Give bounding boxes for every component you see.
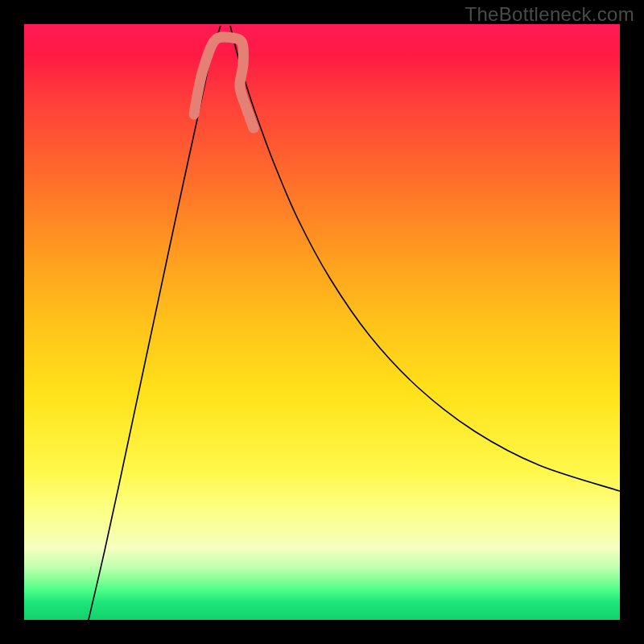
plot-svg	[24, 24, 620, 620]
plot-frame	[24, 24, 620, 620]
curve-right	[230, 26, 620, 491]
curve-left	[89, 26, 221, 620]
watermark-text: TheBottleneck.com	[464, 3, 634, 26]
worm-overlay	[194, 37, 254, 128]
